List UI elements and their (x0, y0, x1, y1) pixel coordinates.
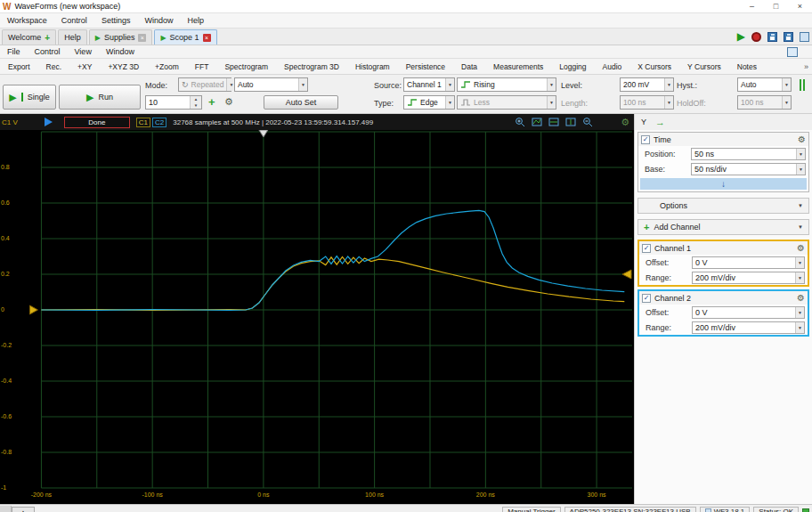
view-tab-persistence[interactable]: Persistence (398, 59, 453, 74)
zoom-out-icon[interactable] (582, 117, 593, 127)
tab-scope1[interactable]: ▶ Scope 1 × (154, 29, 216, 45)
channel2-settings-gear-icon[interactable]: ⚙ (797, 293, 805, 303)
scope-menu-window[interactable]: Window (99, 45, 142, 58)
add-channel-button[interactable]: + Add Channel ▼ (637, 219, 809, 235)
tab-help[interactable]: Help (58, 29, 87, 45)
tab-welcome[interactable]: Welcome + (2, 29, 56, 45)
length-value: 100 ns (623, 98, 646, 107)
channel1-range-select[interactable]: 200 mV/div ▼ (692, 272, 805, 284)
view-tab-logging[interactable]: Logging (551, 59, 594, 74)
zoom-in-icon[interactable] (515, 117, 525, 127)
tab-supplies[interactable]: ▶ Supplies × (89, 29, 153, 45)
trigger-mode-select[interactable]: Auto ▼ (234, 77, 308, 92)
single-button[interactable]: ▶ Single (3, 85, 56, 110)
time-apply-button[interactable]: ↓ (640, 178, 807, 190)
menu-control[interactable]: Control (54, 13, 94, 28)
time-checkbox[interactable]: ✓ (641, 135, 650, 144)
view-tab-spectrogram[interactable]: Spectrogram (216, 59, 276, 74)
minimize-button[interactable]: – (740, 0, 764, 12)
chevron-down-icon: ▼ (795, 322, 804, 333)
add-button[interactable]: + (208, 95, 215, 109)
time-section: ✓ Time ⚙ Position: 50 ns ▼ Base: 50 ns/d… (637, 132, 809, 192)
save-workspace-icon[interactable] (767, 32, 777, 42)
stop-all-icon[interactable] (751, 32, 761, 42)
close-button[interactable]: × (788, 0, 812, 12)
menu-workspace[interactable]: Workspace (0, 13, 54, 28)
scope-menu-view[interactable]: View (68, 45, 99, 58)
view-tab-export[interactable]: Export (0, 59, 38, 74)
scope-plot[interactable] (12, 130, 632, 490)
channel2-checkbox[interactable]: ✓ (642, 294, 651, 303)
trigger-condition-select[interactable]: Rising ▼ (457, 77, 556, 92)
fit-width-icon[interactable] (532, 117, 542, 127)
close-tab-icon[interactable]: × (138, 34, 146, 42)
y-tick-label: 0 (1, 306, 4, 313)
view-tab-y-cursors[interactable]: Y Cursors (679, 59, 729, 74)
close-tab-icon[interactable]: × (203, 34, 211, 42)
range-label: Range: (646, 323, 692, 332)
trigger-level-marker[interactable] (622, 270, 631, 279)
y-axis-selector[interactable]: Y (641, 118, 646, 126)
trigger-position-marker[interactable] (259, 130, 268, 137)
fit-height-icon[interactable] (548, 117, 559, 127)
channel1-badge[interactable]: C1 (136, 118, 150, 127)
autoset-button[interactable]: Auto Set (264, 95, 338, 110)
fit-screen-icon[interactable] (565, 117, 576, 127)
menu-settings[interactable]: Settings (94, 13, 138, 28)
hysteresis-select[interactable]: Auto ▼ (737, 77, 792, 92)
menu-help[interactable]: Help (180, 13, 211, 28)
run-all-icon[interactable]: ▶ (737, 31, 745, 42)
maximize-button[interactable]: □ (764, 0, 788, 12)
view-tab-audio[interactable]: Audio (595, 59, 630, 74)
check-icon: ✓ (644, 244, 650, 253)
acquisition-status: Done (64, 117, 130, 128)
view-tab-spectrogram-3d[interactable]: Spectrogram 3D (276, 59, 347, 74)
view-tab-measurements[interactable]: Measurements (485, 59, 551, 74)
channel1-checkbox[interactable]: ✓ (642, 244, 651, 253)
spin-up-icon[interactable]: ▲ (191, 96, 201, 102)
view-tab-rec[interactable]: Rec. (38, 59, 69, 74)
chevron-down-icon: ▼ (664, 78, 673, 91)
buffer-settings-gear-icon[interactable]: ⚙ (224, 97, 233, 107)
view-tab-x-cursors[interactable]: X Cursors (629, 59, 679, 74)
channel2-badge[interactable]: C2 (152, 118, 166, 127)
overflow-chevron-icon[interactable]: » (804, 62, 808, 71)
view-tab-xy[interactable]: +XY (69, 59, 100, 74)
run-button[interactable]: ▶ Run (59, 85, 141, 110)
apply-arrow-icon[interactable]: → (655, 117, 665, 127)
options-section-header[interactable]: Options ▼ (637, 198, 809, 214)
spin-down-icon[interactable]: ▼ (191, 102, 201, 109)
scope-menu-control[interactable]: Control (28, 45, 68, 58)
save-all-icon[interactable] (784, 32, 793, 42)
view-tab-fft[interactable]: FFT (187, 59, 217, 74)
channel1-offset-select[interactable]: 0 V ▼ (692, 256, 805, 269)
chevron-down-icon: ▼ (298, 78, 307, 91)
scope-menu-file[interactable]: File (0, 45, 28, 58)
trigger-level-select[interactable]: 200 mV ▼ (620, 77, 674, 92)
channel-offset-marker[interactable] (29, 305, 37, 314)
time-settings-gear-icon[interactable]: ⚙ (798, 134, 806, 144)
mode-value: Repeated (191, 80, 224, 89)
trigger-type-select[interactable]: Edge ▼ (403, 95, 455, 110)
view-tab-data[interactable]: Data (453, 59, 485, 74)
view-tab-zoom[interactable]: +Zoom (147, 59, 187, 74)
waveforms-window: W WaveForms (new workspace) – □ × Worksp… (0, 0, 812, 512)
plot-options-gear-icon[interactable]: ⚙ (621, 117, 629, 128)
view-tab-histogram[interactable]: Histogram (347, 59, 398, 74)
channel2-range-select[interactable]: 200 mV/div ▼ (692, 321, 805, 334)
view-tab-notes[interactable]: Notes (729, 59, 765, 74)
docking-icon[interactable] (787, 47, 798, 57)
buffer-count-stepper[interactable]: 10 ▲ ▼ (145, 95, 202, 110)
channel2-offset-select[interactable]: 0 V ▼ (692, 306, 805, 319)
check-icon: ✓ (644, 294, 650, 303)
window-layout-icon[interactable] (800, 32, 809, 42)
time-base-select[interactable]: 50 ns/div ▼ (691, 163, 806, 175)
trigger-source-select[interactable]: Channel 1 ▼ (403, 77, 455, 92)
menu-window[interactable]: Window (137, 13, 180, 28)
view-tab-xyz-3d[interactable]: +XYZ 3D (100, 59, 147, 74)
tab-scope1-label: Scope 1 (170, 33, 199, 42)
time-position-select[interactable]: 50 ns ▼ (691, 148, 806, 160)
add-instrument-icon[interactable]: + (45, 33, 50, 43)
time-position-slider[interactable]: ▲ (12, 507, 35, 512)
channel1-settings-gear-icon[interactable]: ⚙ (797, 243, 805, 253)
